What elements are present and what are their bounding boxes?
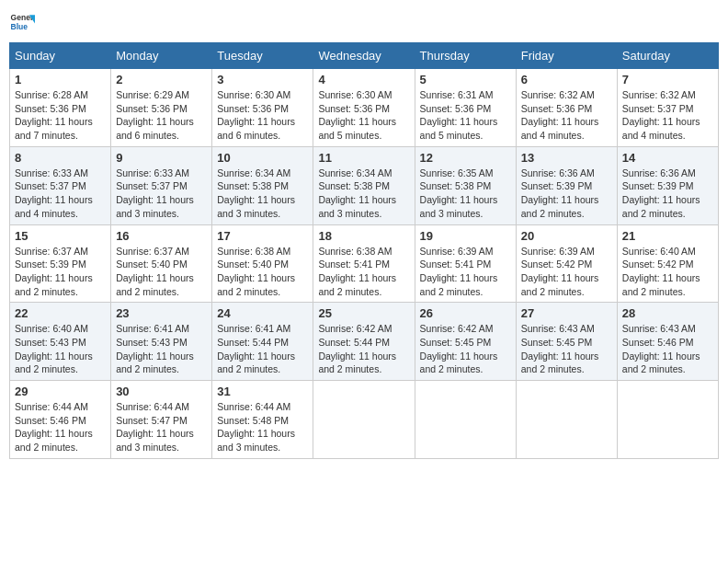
weekday-header-cell: Friday xyxy=(516,43,617,69)
day-info: Sunrise: 6:44 AM Sunset: 5:47 PM Dayligh… xyxy=(116,400,207,454)
calendar-day-cell: 16 Sunrise: 6:37 AM Sunset: 5:40 PM Dayl… xyxy=(111,224,212,303)
day-info: Sunrise: 6:39 AM Sunset: 5:42 PM Dayligh… xyxy=(521,245,612,299)
weekday-header-cell: Thursday xyxy=(415,43,516,69)
day-info: Sunrise: 6:41 AM Sunset: 5:43 PM Dayligh… xyxy=(116,322,207,376)
calendar-day-cell: 19 Sunrise: 6:39 AM Sunset: 5:41 PM Dayl… xyxy=(415,224,516,303)
day-info: Sunrise: 6:35 AM Sunset: 5:38 PM Dayligh… xyxy=(420,167,511,221)
day-info: Sunrise: 6:38 AM Sunset: 5:40 PM Dayligh… xyxy=(217,245,308,299)
day-info: Sunrise: 6:40 AM Sunset: 5:42 PM Dayligh… xyxy=(622,245,713,299)
day-info: Sunrise: 6:41 AM Sunset: 5:44 PM Dayligh… xyxy=(217,322,308,376)
day-number: 26 xyxy=(420,306,511,320)
calendar-day-cell: 25 Sunrise: 6:42 AM Sunset: 5:44 PM Dayl… xyxy=(313,303,415,381)
day-number: 16 xyxy=(116,229,207,243)
day-info: Sunrise: 6:42 AM Sunset: 5:45 PM Dayligh… xyxy=(420,322,511,376)
calendar-day-cell: 30 Sunrise: 6:44 AM Sunset: 5:47 PM Dayl… xyxy=(111,381,212,459)
day-number: 14 xyxy=(622,151,713,165)
calendar-day-cell: 18 Sunrise: 6:38 AM Sunset: 5:41 PM Dayl… xyxy=(313,224,415,303)
calendar-body: 1 Sunrise: 6:28 AM Sunset: 5:36 PM Dayli… xyxy=(10,69,719,459)
day-number: 15 xyxy=(15,229,106,243)
day-number: 24 xyxy=(217,306,308,320)
calendar-day-cell: 15 Sunrise: 6:37 AM Sunset: 5:39 PM Dayl… xyxy=(10,224,111,303)
calendar-day-cell: 12 Sunrise: 6:35 AM Sunset: 5:38 PM Dayl… xyxy=(415,146,516,224)
calendar-day-cell: 27 Sunrise: 6:43 AM Sunset: 5:45 PM Dayl… xyxy=(516,303,617,381)
day-info: Sunrise: 6:40 AM Sunset: 5:43 PM Dayligh… xyxy=(15,322,106,376)
calendar-day-cell: 20 Sunrise: 6:39 AM Sunset: 5:42 PM Dayl… xyxy=(516,224,617,303)
day-info: Sunrise: 6:36 AM Sunset: 5:39 PM Dayligh… xyxy=(622,167,713,221)
page-header: General Blue xyxy=(9,9,719,35)
weekday-header-cell: Wednesday xyxy=(313,43,415,69)
day-info: Sunrise: 6:29 AM Sunset: 5:36 PM Dayligh… xyxy=(116,88,207,143)
calendar-day-cell: 2 Sunrise: 6:29 AM Sunset: 5:36 PM Dayli… xyxy=(111,69,212,147)
calendar-day-cell: 21 Sunrise: 6:40 AM Sunset: 5:42 PM Dayl… xyxy=(617,224,718,303)
day-number: 3 xyxy=(217,73,308,86)
day-number: 17 xyxy=(217,229,308,243)
day-number: 7 xyxy=(622,73,713,86)
calendar-day-cell xyxy=(617,381,718,459)
calendar-day-cell: 26 Sunrise: 6:42 AM Sunset: 5:45 PM Dayl… xyxy=(415,303,516,381)
calendar-day-cell: 7 Sunrise: 6:32 AM Sunset: 5:37 PM Dayli… xyxy=(617,69,718,147)
day-info: Sunrise: 6:30 AM Sunset: 5:36 PM Dayligh… xyxy=(217,88,308,143)
day-number: 13 xyxy=(521,151,612,165)
day-number: 23 xyxy=(116,306,207,320)
calendar-day-cell: 29 Sunrise: 6:44 AM Sunset: 5:46 PM Dayl… xyxy=(10,381,111,459)
day-info: Sunrise: 6:31 AM Sunset: 5:36 PM Dayligh… xyxy=(420,88,511,143)
day-info: Sunrise: 6:44 AM Sunset: 5:48 PM Dayligh… xyxy=(217,400,308,454)
day-info: Sunrise: 6:43 AM Sunset: 5:46 PM Dayligh… xyxy=(622,322,713,376)
day-number: 21 xyxy=(622,229,713,243)
calendar-day-cell: 24 Sunrise: 6:41 AM Sunset: 5:44 PM Dayl… xyxy=(212,303,313,381)
weekday-header-cell: Monday xyxy=(111,43,212,69)
day-number: 30 xyxy=(116,385,207,398)
calendar-day-cell: 11 Sunrise: 6:34 AM Sunset: 5:38 PM Dayl… xyxy=(313,146,415,224)
calendar-week-row: 1 Sunrise: 6:28 AM Sunset: 5:36 PM Dayli… xyxy=(10,69,719,147)
day-number: 6 xyxy=(521,73,612,86)
calendar-day-cell: 3 Sunrise: 6:30 AM Sunset: 5:36 PM Dayli… xyxy=(212,69,313,147)
calendar-week-row: 22 Sunrise: 6:40 AM Sunset: 5:43 PM Dayl… xyxy=(10,303,719,381)
weekday-header-cell: Tuesday xyxy=(212,43,313,69)
day-number: 28 xyxy=(622,306,713,320)
day-number: 5 xyxy=(420,73,511,86)
day-info: Sunrise: 6:34 AM Sunset: 5:38 PM Dayligh… xyxy=(318,167,409,221)
weekday-header-cell: Sunday xyxy=(10,43,111,69)
day-number: 20 xyxy=(521,229,612,243)
calendar-day-cell xyxy=(313,381,415,459)
day-info: Sunrise: 6:39 AM Sunset: 5:41 PM Dayligh… xyxy=(420,245,511,299)
calendar-day-cell xyxy=(516,381,617,459)
weekday-header-cell: Saturday xyxy=(617,43,718,69)
calendar-day-cell: 17 Sunrise: 6:38 AM Sunset: 5:40 PM Dayl… xyxy=(212,224,313,303)
day-info: Sunrise: 6:43 AM Sunset: 5:45 PM Dayligh… xyxy=(521,322,612,376)
logo-icon: General Blue xyxy=(9,9,35,35)
day-number: 22 xyxy=(15,306,106,320)
day-info: Sunrise: 6:37 AM Sunset: 5:39 PM Dayligh… xyxy=(15,245,106,299)
day-info: Sunrise: 6:37 AM Sunset: 5:40 PM Dayligh… xyxy=(116,245,207,299)
day-number: 2 xyxy=(116,73,207,86)
day-number: 9 xyxy=(116,151,207,165)
logo: General Blue xyxy=(9,9,35,35)
day-info: Sunrise: 6:42 AM Sunset: 5:44 PM Dayligh… xyxy=(318,322,409,376)
day-info: Sunrise: 6:44 AM Sunset: 5:46 PM Dayligh… xyxy=(15,400,106,454)
calendar-day-cell: 5 Sunrise: 6:31 AM Sunset: 5:36 PM Dayli… xyxy=(415,69,516,147)
weekday-header-row: SundayMondayTuesdayWednesdayThursdayFrid… xyxy=(10,43,719,69)
calendar-day-cell: 4 Sunrise: 6:30 AM Sunset: 5:36 PM Dayli… xyxy=(313,69,415,147)
day-number: 8 xyxy=(15,151,106,165)
calendar-day-cell: 23 Sunrise: 6:41 AM Sunset: 5:43 PM Dayl… xyxy=(111,303,212,381)
day-info: Sunrise: 6:38 AM Sunset: 5:41 PM Dayligh… xyxy=(318,245,409,299)
calendar-day-cell xyxy=(415,381,516,459)
day-number: 4 xyxy=(318,73,409,86)
calendar-table: SundayMondayTuesdayWednesdayThursdayFrid… xyxy=(9,42,719,459)
calendar-week-row: 15 Sunrise: 6:37 AM Sunset: 5:39 PM Dayl… xyxy=(10,224,719,303)
day-info: Sunrise: 6:32 AM Sunset: 5:37 PM Dayligh… xyxy=(622,88,713,143)
calendar-day-cell: 31 Sunrise: 6:44 AM Sunset: 5:48 PM Dayl… xyxy=(212,381,313,459)
day-number: 27 xyxy=(521,306,612,320)
day-number: 19 xyxy=(420,229,511,243)
calendar-day-cell: 14 Sunrise: 6:36 AM Sunset: 5:39 PM Dayl… xyxy=(617,146,718,224)
day-info: Sunrise: 6:32 AM Sunset: 5:36 PM Dayligh… xyxy=(521,88,612,143)
day-info: Sunrise: 6:36 AM Sunset: 5:39 PM Dayligh… xyxy=(521,167,612,221)
day-number: 10 xyxy=(217,151,308,165)
calendar-day-cell: 28 Sunrise: 6:43 AM Sunset: 5:46 PM Dayl… xyxy=(617,303,718,381)
calendar-day-cell: 8 Sunrise: 6:33 AM Sunset: 5:37 PM Dayli… xyxy=(10,146,111,224)
calendar-week-row: 8 Sunrise: 6:33 AM Sunset: 5:37 PM Dayli… xyxy=(10,146,719,224)
day-number: 25 xyxy=(318,306,409,320)
day-info: Sunrise: 6:33 AM Sunset: 5:37 PM Dayligh… xyxy=(116,167,207,221)
calendar-day-cell: 10 Sunrise: 6:34 AM Sunset: 5:38 PM Dayl… xyxy=(212,146,313,224)
day-info: Sunrise: 6:30 AM Sunset: 5:36 PM Dayligh… xyxy=(318,88,409,143)
